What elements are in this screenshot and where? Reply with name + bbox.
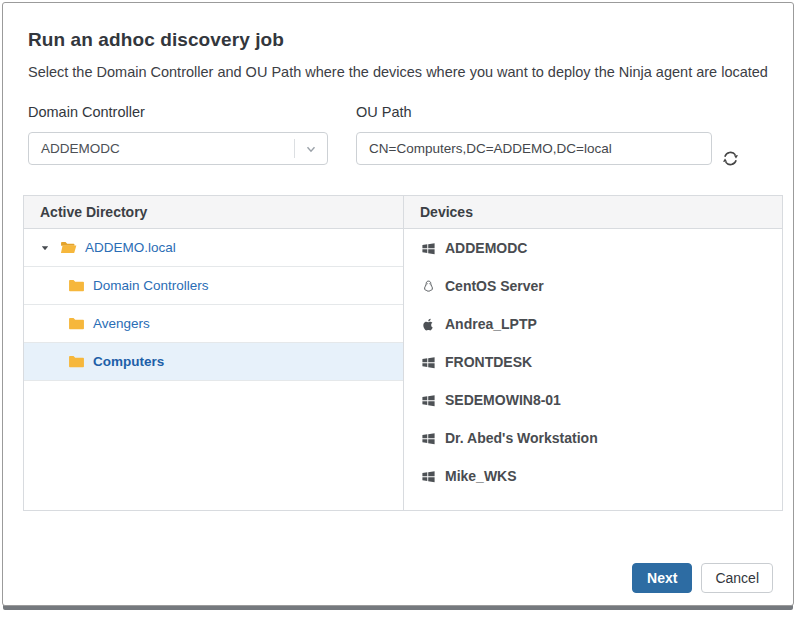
device-row[interactable]: Mike_WKS — [404, 457, 782, 495]
tree-item-label: ADDEMO.local — [85, 240, 176, 255]
linux-icon — [420, 279, 436, 294]
table-header-row: Active Directory Devices — [24, 196, 782, 229]
folder-icon — [68, 278, 85, 293]
tree-item-label: Domain Controllers — [93, 278, 209, 293]
column-header-devices: Devices — [403, 196, 782, 228]
tree-item-domain-controllers[interactable]: Domain Controllers — [24, 267, 403, 305]
domain-controller-select[interactable]: ADDEMODC — [28, 132, 328, 165]
cancel-button[interactable]: Cancel — [701, 563, 773, 593]
device-name: Dr. Abed's Workstation — [445, 430, 598, 446]
ou-path-input[interactable] — [356, 132, 712, 165]
device-name: FRONTDESK — [445, 354, 532, 370]
chevron-down-icon — [295, 142, 327, 156]
folder-icon — [68, 354, 85, 369]
device-name: CentOS Server — [445, 278, 544, 294]
active-directory-tree: ADDEMO.local Domain Controllers — [24, 229, 403, 510]
form-row: Domain Controller ADDEMODC OU Path — [28, 104, 773, 169]
device-row[interactable]: Dr. Abed's Workstation — [404, 419, 782, 457]
domain-controller-value: ADDEMODC — [41, 141, 294, 156]
tree-item-label: Avengers — [93, 316, 150, 331]
column-header-active-directory: Active Directory — [24, 196, 403, 228]
ou-path-label: OU Path — [356, 104, 712, 120]
device-name: Mike_WKS — [445, 468, 517, 484]
dialog-title: Run an adhoc discovery job — [28, 29, 773, 51]
device-row[interactable]: Andrea_LPTP — [404, 305, 782, 343]
tree-item-label: Computers — [93, 354, 164, 369]
device-row[interactable]: CentOS Server — [404, 267, 782, 305]
devices-list: ADDEMODC CentOS Server — [403, 229, 782, 510]
directory-devices-table: Active Directory Devices ADDEMO.local — [23, 195, 783, 511]
dialog-subtitle: Select the Domain Controller and OU Path… — [28, 64, 773, 80]
windows-icon — [420, 393, 436, 408]
folder-open-icon — [60, 240, 77, 255]
caret-down-icon[interactable] — [38, 243, 52, 253]
device-name: Andrea_LPTP — [445, 316, 537, 332]
adhoc-discovery-dialog: Run an adhoc discovery job Select the Do… — [2, 2, 794, 606]
domain-controller-label: Domain Controller — [28, 104, 328, 120]
device-row[interactable]: ADDEMODC — [404, 229, 782, 267]
apple-icon — [420, 317, 436, 332]
device-name: ADDEMODC — [445, 240, 527, 256]
tree-item-addemo-local[interactable]: ADDEMO.local — [24, 229, 403, 267]
device-row[interactable]: FRONTDESK — [404, 343, 782, 381]
refresh-icon — [722, 150, 739, 167]
dialog-footer: Next Cancel — [632, 563, 773, 593]
folder-icon — [68, 316, 85, 331]
windows-icon — [420, 355, 436, 370]
next-button[interactable]: Next — [632, 563, 692, 593]
tree-item-avengers[interactable]: Avengers — [24, 305, 403, 343]
tree-item-computers[interactable]: Computers — [24, 343, 403, 381]
windows-icon — [420, 241, 436, 256]
refresh-button[interactable] — [719, 147, 741, 169]
windows-icon — [420, 431, 436, 446]
device-row[interactable]: SEDEMOWIN8-01 — [404, 381, 782, 419]
device-name: SEDEMOWIN8-01 — [445, 392, 561, 408]
windows-icon — [420, 469, 436, 484]
